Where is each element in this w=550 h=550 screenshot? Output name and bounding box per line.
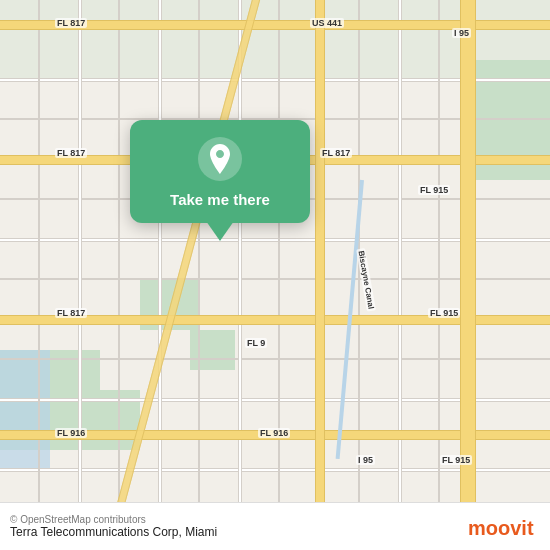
company-name: Terra Telecommunications Corp, Miami xyxy=(10,525,217,539)
label-fl916-mid: FL 916 xyxy=(258,428,290,438)
map-container: FL 817 US 441 I 95 FL 817 FL 817 FL 915 … xyxy=(0,0,550,550)
bottom-bar: © OpenStreetMap contributors Terra Telec… xyxy=(0,502,550,550)
moovit-logo-icon: moovit xyxy=(468,513,540,541)
app-logo: moovit xyxy=(468,513,540,541)
svg-text:moovit: moovit xyxy=(468,517,534,539)
road-v5 xyxy=(398,0,402,550)
label-fl916-left: FL 916 xyxy=(55,428,87,438)
label-us441: US 441 xyxy=(310,18,344,28)
road-v2 xyxy=(158,0,162,550)
road-v-sub3 xyxy=(278,0,280,550)
label-fl817-mid2: FL 817 xyxy=(320,148,352,158)
popup-card: Take me there xyxy=(130,120,310,223)
company-info: © OpenStreetMap contributors Terra Telec… xyxy=(10,514,217,539)
label-i95-bot: I 95 xyxy=(356,455,375,465)
road-v-sub5 xyxy=(438,0,440,550)
road-v1 xyxy=(78,0,82,550)
green-area-mid2 xyxy=(190,330,235,370)
label-fl9: FL 9 xyxy=(245,338,267,348)
label-fl915-bot: FL 915 xyxy=(440,455,472,465)
road-fl9 xyxy=(315,0,325,550)
osm-credit: © OpenStreetMap contributors xyxy=(10,514,217,525)
road-v3 xyxy=(238,0,242,550)
location-pin-icon xyxy=(197,136,243,182)
label-fl915-right2: FL 915 xyxy=(428,308,460,318)
road-v-sub2 xyxy=(198,0,200,550)
road-i95 xyxy=(460,0,476,550)
road-v-sub0 xyxy=(38,0,40,550)
label-i95-top: I 95 xyxy=(452,28,471,38)
take-me-there-button[interactable]: Take me there xyxy=(170,192,270,207)
road-v-sub1 xyxy=(118,0,120,550)
label-fl817-mid1: FL 817 xyxy=(55,148,87,158)
water-left xyxy=(0,350,50,470)
label-fl915-right: FL 915 xyxy=(418,185,450,195)
label-fl817-low: FL 817 xyxy=(55,308,87,318)
label-fl817-top: FL 817 xyxy=(55,18,87,28)
